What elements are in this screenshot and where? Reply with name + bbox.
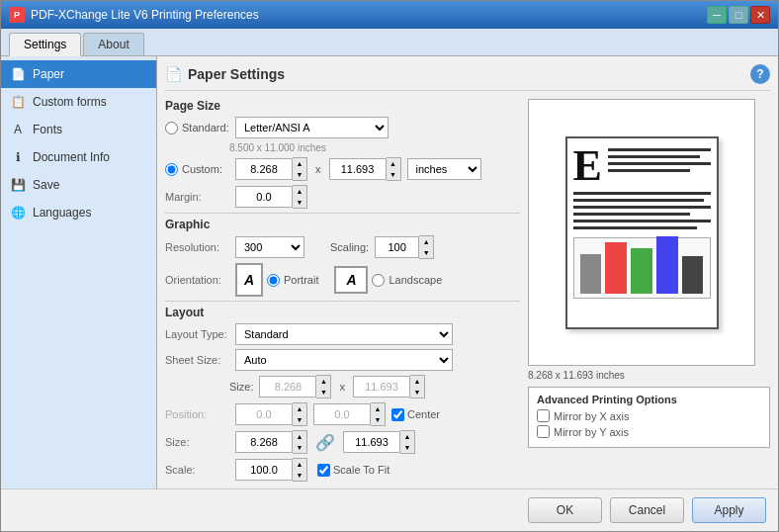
sidebar-item-custom-forms[interactable]: 📋 Custom forms	[1, 88, 156, 116]
custom-height-input[interactable]	[329, 158, 387, 180]
center-checkbox[interactable]	[391, 408, 404, 421]
size-x-separator: x	[339, 381, 345, 393]
size-h-spinner: ▲ ▼	[343, 430, 415, 454]
page-size-note: 8.500 x 11.000 inches	[229, 142, 520, 153]
size-w-up-btn[interactable]: ▲	[293, 431, 306, 442]
right-column: E	[528, 99, 770, 486]
layout-type-row: Layout Type: Standard	[165, 323, 520, 345]
size-input-row: Size: ▲ ▼ 🔗 ▲	[165, 430, 520, 454]
width-down-btn[interactable]: ▼	[293, 169, 306, 180]
paper-title-icon: 📄	[165, 66, 182, 82]
tab-about[interactable]: About	[83, 33, 143, 55]
layout-type-select[interactable]: Standard	[235, 323, 453, 345]
pos-y-down-btn[interactable]: ▼	[371, 414, 385, 425]
layout-label: Layout	[165, 306, 520, 319]
custom-height-spinner: ▲ ▼	[329, 157, 401, 181]
close-button[interactable]: ✕	[750, 6, 770, 24]
size-height-input[interactable]	[353, 376, 410, 398]
size-width-down-btn[interactable]: ▼	[316, 387, 330, 398]
ok-button[interactable]: OK	[528, 497, 602, 523]
tab-settings[interactable]: Settings	[9, 33, 81, 56]
sidebar-item-paper[interactable]: 📄 Paper	[1, 60, 156, 88]
pos-x-up-btn[interactable]: ▲	[293, 403, 306, 414]
standard-select[interactable]: Letter/ANSI A	[235, 117, 389, 138]
pos-x-input[interactable]	[235, 403, 293, 425]
width-up-btn[interactable]: ▲	[293, 158, 306, 169]
size-row-label: Size:	[165, 436, 229, 448]
scaling-spinner: ▲ ▼	[375, 235, 434, 259]
mirror-x-checkbox[interactable]	[537, 409, 550, 422]
sheet-size-select[interactable]: Auto	[235, 349, 453, 371]
mirror-y-checkbox[interactable]	[537, 425, 550, 438]
portrait-radio[interactable]	[267, 274, 280, 287]
scaling-input[interactable]	[375, 236, 419, 258]
size-height-down-btn[interactable]: ▼	[410, 387, 424, 398]
size-w-spinner: ▲ ▼	[235, 430, 307, 454]
size-row: Size: ▲ ▼ x ▲	[229, 375, 520, 399]
size-h-up-btn[interactable]: ▲	[400, 431, 414, 442]
sheet-size-label: Sheet Size:	[165, 354, 229, 366]
scaling-up-btn[interactable]: ▲	[419, 236, 433, 247]
size-w-down-btn[interactable]: ▼	[293, 442, 306, 453]
scale-up-btn[interactable]: ▲	[293, 459, 306, 470]
units-select[interactable]: inches	[407, 158, 481, 180]
resolution-select[interactable]: 300	[235, 236, 304, 258]
landscape-label: Landscape	[389, 274, 442, 286]
margin-input[interactable]	[235, 186, 293, 208]
resolution-row: Resolution: 300 Scaling: ▲ ▼	[165, 235, 520, 259]
bottom-bar: OK Cancel Apply	[1, 488, 778, 531]
height-up-btn[interactable]: ▲	[387, 158, 400, 169]
scale-label: Scale:	[165, 464, 229, 476]
sidebar-item-document-info[interactable]: ℹ Document Info	[1, 143, 156, 171]
margin-row: Margin: ▲ ▼	[165, 185, 520, 209]
left-column: Page Size Standard: Letter/ANSI A 8.500 …	[165, 99, 520, 486]
size-width-up-btn[interactable]: ▲	[316, 376, 330, 387]
scaling-down-btn[interactable]: ▼	[419, 247, 433, 258]
position-label: Position:	[165, 408, 229, 420]
size-h-input[interactable]	[343, 431, 400, 453]
margin-up-btn[interactable]: ▲	[293, 186, 306, 197]
landscape-option: A Landscape	[334, 266, 442, 294]
two-column-layout: Page Size Standard: Letter/ANSI A 8.500 …	[165, 99, 770, 486]
sidebar-item-save[interactable]: 💾 Save	[1, 171, 156, 199]
languages-icon: 🌐	[9, 204, 27, 222]
cancel-button[interactable]: Cancel	[610, 497, 684, 523]
custom-forms-icon: 📋	[9, 93, 27, 111]
pos-y-input[interactable]	[313, 403, 371, 425]
save-icon: 💾	[9, 176, 27, 194]
landscape-radio[interactable]	[372, 274, 385, 287]
size-width-input[interactable]	[259, 376, 316, 398]
standard-row: Standard: Letter/ANSI A	[165, 117, 520, 138]
size-height-up-btn[interactable]: ▲	[410, 376, 424, 387]
pos-y-up-btn[interactable]: ▲	[371, 403, 385, 414]
custom-width-input[interactable]	[235, 158, 293, 180]
pos-x-down-btn[interactable]: ▼	[293, 414, 306, 425]
mirror-x-option: Mirror by X axis	[537, 409, 761, 422]
size-width-spinner: ▲ ▼	[259, 375, 331, 399]
custom-radio[interactable]	[165, 163, 178, 176]
maximize-button[interactable]: □	[729, 6, 748, 24]
size-w-input[interactable]	[235, 431, 293, 453]
scale-to-fit-checkbox[interactable]	[317, 464, 330, 477]
x-separator: x	[315, 163, 321, 175]
mirror-x-label: Mirror by X axis	[554, 410, 629, 422]
height-down-btn[interactable]: ▼	[387, 169, 400, 180]
scale-input[interactable]	[235, 459, 293, 481]
tab-bar: Settings About	[1, 29, 778, 56]
custom-label: Custom:	[182, 163, 222, 175]
margin-down-btn[interactable]: ▼	[293, 197, 306, 208]
help-button[interactable]: ?	[750, 64, 770, 84]
sidebar-item-fonts[interactable]: A Fonts	[1, 116, 156, 143]
size-h-down-btn[interactable]: ▼	[400, 442, 414, 453]
scale-down-btn[interactable]: ▼	[293, 470, 306, 481]
content-area: 📄 Paper 📋 Custom forms A Fonts ℹ Documen…	[1, 56, 778, 488]
sidebar-item-languages[interactable]: 🌐 Languages	[1, 199, 156, 226]
standard-radio[interactable]	[165, 122, 178, 134]
scaling-label: Scaling:	[330, 241, 369, 253]
paper-icon: 📄	[9, 65, 27, 83]
apply-button[interactable]: Apply	[692, 497, 766, 523]
pos-x-spinner: ▲ ▼	[235, 402, 307, 426]
custom-width-spinner: ▲ ▼	[235, 157, 307, 181]
minimize-button[interactable]: ─	[707, 6, 727, 24]
advanced-section: Advanced Printing Options Mirror by X ax…	[528, 387, 770, 448]
